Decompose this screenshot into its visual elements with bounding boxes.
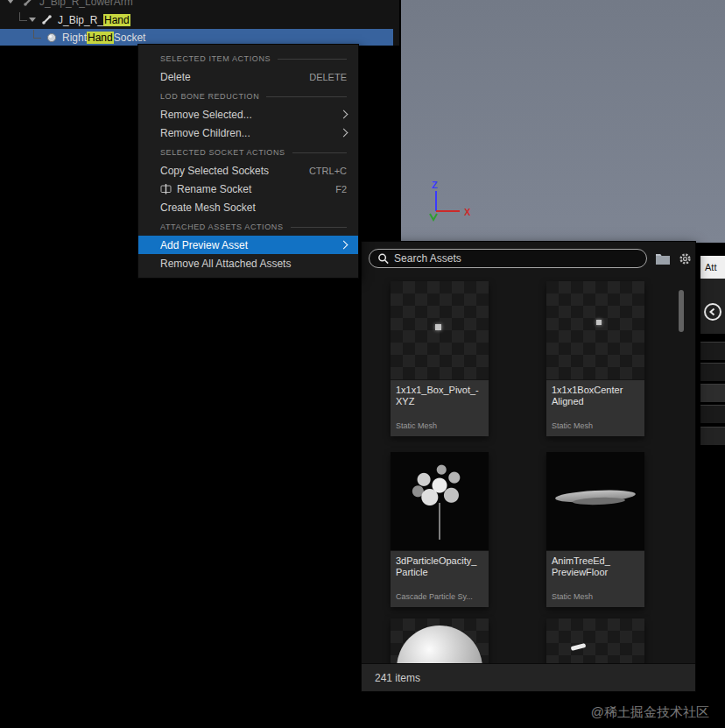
menu-section-label: SELECTED SOCKET ACTIONS (160, 148, 285, 157)
divider (266, 96, 347, 97)
axis-x-label: X (464, 207, 471, 217)
asset-tile-particle[interactable]: 3dParticleOpacity_Particle Cascade Parti… (391, 452, 489, 607)
collapsed-tab[interactable] (700, 342, 725, 360)
menu-section-label: LOD BONE REDUCTION (160, 92, 259, 101)
asset-name: 3dParticleOpacity_Particle (396, 555, 483, 578)
box-mesh-shape (596, 320, 602, 325)
menu-section-header: ATTACHED ASSETS ACTIONS (138, 218, 358, 236)
circle-arrow-left-icon (702, 301, 723, 322)
asset-thumbnail (546, 281, 644, 379)
collapsed-tab[interactable] (700, 427, 725, 445)
menu-item-label: Remove Selected... (160, 109, 252, 121)
small-mesh-shape (571, 643, 587, 651)
bone-label: J_Bip_R_Hand (58, 14, 130, 26)
tab-label: Att (705, 262, 716, 272)
menu-item-remove-children[interactable]: Remove Children... (138, 124, 358, 142)
menu-item-label: Remove All Attached Assets (160, 258, 291, 270)
tab-attach-details[interactable]: Att (700, 256, 725, 279)
asset-thumbnail (391, 281, 489, 379)
asset-type: Static Mesh (552, 592, 639, 601)
asset-meta: 1x1x1BoxCenterAligned Static Mesh (546, 379, 644, 436)
tree-connector (19, 12, 27, 21)
menu-item-label: Add Preview Asset (160, 239, 248, 251)
menu-item-shortcut: DELETE (309, 72, 347, 82)
divider (292, 152, 347, 153)
bone-icon (41, 14, 53, 25)
menu-item-copy-sockets[interactable]: Copy Selected Sockets F2 CTRL+C (138, 161, 358, 180)
menu-item-add-preview-asset[interactable]: Add Preview Asset (138, 236, 358, 254)
asset-meta: 3dParticleOpacity_Particle Cascade Parti… (391, 550, 489, 607)
right-panel-strip: Att (700, 243, 725, 728)
search-box[interactable] (369, 249, 647, 268)
asset-thumbnail (391, 452, 489, 550)
asset-type: Cascade Particle Sy... (396, 592, 483, 601)
expander-arrow-icon[interactable] (29, 18, 36, 22)
menu-item-label: Remove Children... (160, 127, 250, 139)
bone-label: J_Bip_R_LowerArm (39, 0, 133, 8)
menu-item-label: Create Mesh Socket (160, 201, 256, 214)
search-match-highlight: Hand (103, 14, 130, 26)
divider (291, 227, 348, 228)
asset-name: 1x1x1BoxCenterAligned (552, 385, 639, 407)
viewport-3d[interactable]: Z X (401, 0, 725, 243)
asset-meta: AnimTreeEd_PreviewFloor Static Mesh (546, 550, 644, 607)
gear-icon[interactable] (679, 252, 692, 265)
particle-stem-shape (439, 503, 440, 540)
chevron-right-icon (340, 129, 348, 138)
socket-icon (46, 32, 57, 43)
menu-item-shortcut: F2 (335, 184, 347, 194)
expand-panel-button[interactable] (700, 279, 725, 334)
search-input[interactable] (394, 252, 638, 265)
asset-grid: 1x1x1_Box_Pivot_-XYZ Static Mesh 1x1x1Bo… (362, 277, 695, 663)
collapsed-tab[interactable] (700, 384, 725, 402)
menu-item-label: Copy Selected Sockets (160, 165, 269, 177)
menu-section-label: ATTACHED ASSETS ACTIONS (160, 223, 284, 231)
socket-label: RightHandSocket (62, 32, 145, 44)
chevron-right-icon (340, 241, 348, 250)
collapsed-tab[interactable] (700, 363, 725, 381)
watermark-text: @稀土掘金技术社区 (591, 704, 709, 721)
asset-picker-toolbar (369, 248, 692, 269)
asset-picker-panel: 1x1x1_Box_Pivot_-XYZ Static Mesh 1x1x1Bo… (361, 241, 696, 692)
menu-item-delete[interactable]: Delete DELETE (138, 67, 358, 86)
menu-item-label: Delete (160, 71, 191, 83)
asset-name: 1x1x1_Box_Pivot_-XYZ (396, 385, 483, 407)
search-match-highlight: Hand (87, 32, 114, 44)
tree-connector (33, 30, 41, 39)
menu-section-header: SELECTED SOCKET ACTIONS (138, 144, 358, 161)
menu-item-rename-socket[interactable]: Rename Socket F2 (138, 180, 358, 198)
menu-section-header: LOD BONE REDUCTION (138, 88, 358, 105)
context-menu: SELECTED ITEM ACTIONS Delete DELETE LOD … (137, 44, 359, 279)
menu-section-label: SELECTED ITEM ACTIONS (160, 54, 271, 63)
menu-item-create-mesh-socket[interactable]: Create Mesh Socket (138, 198, 358, 216)
rename-icon (160, 183, 172, 194)
folder-icon[interactable] (655, 252, 671, 265)
tree-row-hand[interactable]: J_Bip_R_Hand (0, 11, 399, 29)
search-icon (377, 252, 389, 265)
tree-row-lowerarm[interactable]: J_Bip_R_LowerArm (0, 0, 399, 11)
expander-arrow-icon[interactable] (7, 0, 14, 4)
scrollbar-thumb[interactable] (679, 290, 684, 332)
collapsed-tab[interactable] (700, 405, 725, 423)
asset-tile-partial[interactable] (546, 618, 644, 663)
asset-meta: 1x1x1_Box_Pivot_-XYZ Static Mesh (391, 379, 489, 436)
axis-gizmo-icon: Z X (424, 180, 478, 225)
chevron-right-icon (340, 110, 348, 119)
asset-tile-box-pivot[interactable]: 1x1x1_Box_Pivot_-XYZ Static Mesh (391, 281, 489, 436)
bone-icon (23, 0, 34, 7)
asset-thumbnail (391, 618, 489, 663)
asset-picker-footer: 241 items (362, 663, 695, 691)
menu-item-remove-all-attached[interactable]: Remove All Attached Assets (138, 254, 358, 272)
menu-item-shortcut: CTRL+C (309, 166, 347, 176)
axis-z-label: Z (432, 180, 438, 190)
sphere-mesh-shape (397, 626, 482, 663)
asset-tile-sphere[interactable] (391, 618, 489, 663)
skeleton-tree-panel: J_Bip_R_LowerArm J_Bip_R_Hand RightHandS… (0, 0, 399, 46)
asset-tile-preview-floor[interactable]: AnimTreeEd_PreviewFloor Static Mesh (546, 452, 644, 607)
items-count: 241 items (375, 672, 420, 684)
box-mesh-shape (435, 324, 441, 330)
asset-tile-box-center[interactable]: 1x1x1BoxCenterAligned Static Mesh (546, 281, 644, 436)
asset-name: AnimTreeEd_PreviewFloor (552, 555, 639, 578)
menu-section-header: SELECTED ITEM ACTIONS (138, 50, 358, 67)
menu-item-remove-selected[interactable]: Remove Selected... (138, 105, 358, 124)
